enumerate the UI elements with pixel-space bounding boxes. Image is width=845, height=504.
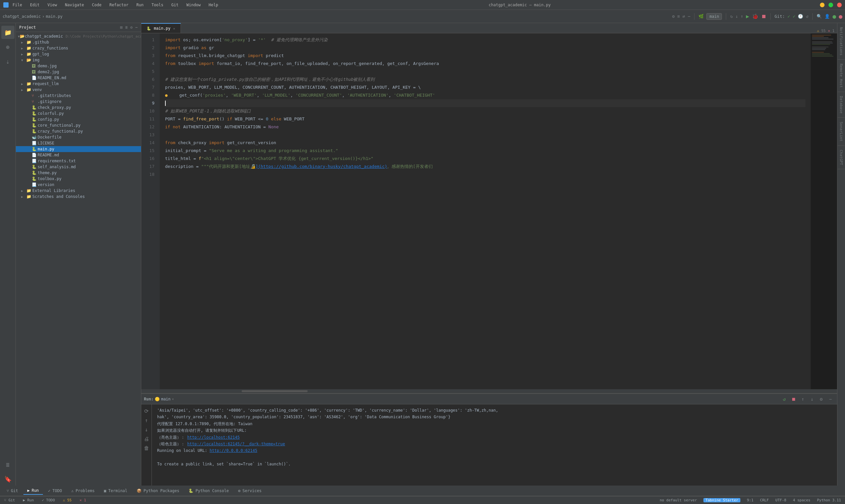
bottom-tab-python-packages[interactable]: 📦 Python Packages [133, 487, 183, 494]
token[interactable]: ](https://github.com/binary-husky/chatgp… [256, 163, 387, 170]
tab-close-main-py[interactable]: ✕ [173, 27, 175, 30]
menu-refactor[interactable]: Refactor [108, 2, 130, 8]
tree-item-github[interactable]: ▶ 📁 .github [16, 39, 141, 45]
tree-item-venv[interactable]: ▶ 📁 venv [16, 87, 141, 93]
run-link-local[interactable]: http://0.0.0.0:62145 [210, 448, 258, 453]
status-encoding[interactable]: UTF-8 [774, 498, 788, 502]
tree-item-requirements[interactable]: 📃 requirements.txt [16, 158, 141, 164]
tree-item-main-py[interactable]: 🐍 main.py [16, 146, 141, 152]
status-position[interactable]: 9:1 [746, 498, 755, 502]
tree-item-version[interactable]: 📃 version [16, 182, 141, 188]
sidebar-item-pull[interactable]: ⇣ [1, 55, 15, 68]
sidebar-item-project[interactable]: 📁 [1, 26, 15, 39]
h-scroll-bar[interactable] [242, 390, 307, 392]
window-controls[interactable] [820, 3, 842, 7]
menu-git[interactable]: Git [170, 2, 180, 8]
user-icon[interactable]: 👤 [825, 14, 830, 19]
run-link-light[interactable]: http://localhost:62145 [187, 435, 240, 440]
far-right-tab-sonarlint[interactable]: SonarLint [838, 118, 845, 146]
status-git[interactable]: ⑂ Git [3, 498, 17, 502]
tree-item-gitignore[interactable]: ⑂ .gitignore [16, 98, 141, 105]
status-python[interactable]: Python 3.11 [816, 498, 842, 502]
menu-run[interactable]: Run [135, 2, 145, 8]
status-todo[interactable]: ✓ TODO [40, 498, 56, 502]
far-right-tab-notifications[interactable]: Notifications [838, 23, 845, 60]
tree-item-readme[interactable]: 📄 README.md [16, 152, 141, 158]
tree-item-core-functional[interactable]: 🐍 core_functional.py [16, 122, 141, 128]
tree-item-dockerfile[interactable]: 🐋 Dockerfile [16, 134, 141, 140]
tree-item-crazy-functions[interactable]: ▶ 📁 crazy_functions [16, 45, 141, 51]
run-tab-name[interactable]: main [161, 397, 171, 401]
status-errors[interactable]: ✕ 1 [78, 498, 87, 502]
far-right-tab-database[interactable]: Database [838, 92, 845, 118]
sidebar-item-commit[interactable]: ⊕ [1, 40, 15, 53]
git-time[interactable]: 🕐 [798, 14, 803, 19]
menu-file[interactable]: File [11, 2, 23, 8]
menu-help[interactable]: Help [207, 2, 219, 8]
toolbar-align-icon[interactable]: ≡ [677, 14, 680, 19]
git-check1[interactable]: ✓ [788, 14, 790, 19]
run-scroll-up[interactable]: ⟳ [143, 407, 151, 415]
toolbar-more-icon[interactable]: ⋯ [688, 14, 690, 19]
menu-window[interactable]: Window [185, 2, 202, 8]
status-indent[interactable]: 4 spaces [792, 498, 812, 502]
run-up-btn[interactable]: ↑ [799, 395, 807, 403]
run-icon[interactable]: ▶ [746, 13, 749, 19]
bottom-tab-problems[interactable]: ⚠ Problems [67, 487, 99, 494]
tree-item-gpt-log[interactable]: ▶ 📁 gpt_log [16, 51, 141, 57]
project-header-icons[interactable]: ⊞ ≡ ⚙ − [120, 25, 138, 30]
run-clear[interactable]: 🗑 [143, 444, 151, 452]
tree-item-external-libs[interactable]: ▶ 📁 External Libraries [16, 188, 141, 194]
menu-edit[interactable]: Edit [29, 2, 41, 8]
tree-item-theme[interactable]: 🐍 theme.py [16, 170, 141, 176]
far-right-tab-chatgpt[interactable]: ChatGPT [838, 146, 845, 169]
project-icon-settings[interactable]: ⚙ [130, 25, 133, 30]
menu-code[interactable]: Code [91, 2, 103, 8]
tree-item-demo-jpg[interactable]: 🖼 demo.jpg [16, 63, 141, 69]
tree-item-colorful[interactable]: 🐍 colorful.py [16, 110, 141, 116]
menu-bar[interactable]: File Edit View Navigate Code Refactor Ru… [11, 2, 219, 8]
run-restart-btn[interactable]: ↺ [780, 395, 788, 403]
git-check2[interactable]: ✓ [793, 14, 795, 19]
bottom-tab-terminal[interactable]: ▣ Terminal [100, 487, 131, 494]
toolbar-nav-icon[interactable]: ⇄ [683, 14, 685, 19]
code-content[interactable]: import os ; os . environ [ 'no_proxy' ] … [160, 33, 811, 389]
file-breadcrumb[interactable]: main.py [46, 14, 63, 19]
tree-item-self-analysis[interactable]: 🐍 self_analysis.md [16, 164, 141, 170]
tree-item-config[interactable]: 🐍 config.py [16, 116, 141, 122]
run-scroll-down[interactable]: ↑ [143, 416, 151, 424]
tree-item-gitattributes[interactable]: ⑂ .gitattributes [16, 93, 141, 98]
run-link-dark[interactable]: http://localhost:62145/?__dark-theme=tru… [187, 442, 285, 446]
sync-icon[interactable]: ↻ [730, 14, 733, 19]
tree-item-check-proxy[interactable]: 🐍 check_proxy.py [16, 105, 141, 110]
tree-item-readme-en[interactable]: 📄 README_EN.md [16, 75, 141, 81]
tree-item-toolbox[interactable]: 🐍 toolbox.py [16, 176, 141, 182]
menu-tools[interactable]: Tools [150, 2, 165, 8]
sidebar-item-bookmarks[interactable]: 🔖 [1, 472, 15, 486]
bottom-tab-python-console[interactable]: 🐍 Python Console [184, 487, 233, 494]
menu-view[interactable]: View [46, 2, 58, 8]
project-icon-minimize[interactable]: − [135, 25, 138, 30]
menu-navigate[interactable]: Navigate [64, 2, 86, 8]
h-scroll-area[interactable] [141, 389, 837, 393]
status-run[interactable]: ▶ Run [22, 498, 35, 502]
bottom-tab-services[interactable]: ⚙ Services [234, 487, 265, 494]
run-output[interactable]: 'Asia/Taipei', 'utc_offset': '+0800', 'c… [152, 404, 837, 486]
minimize-button[interactable] [820, 3, 825, 7]
run-controls[interactable]: ↺ ⏹ ↑ ↓ ⚙ − [780, 395, 834, 403]
stop-icon[interactable]: ⏹ [761, 13, 767, 19]
toolbar-settings-icon[interactable]: ⚙ [672, 14, 675, 19]
status-warnings[interactable]: ⚠ 55 [61, 498, 73, 502]
sidebar-item-structure[interactable]: ≣ [1, 458, 15, 471]
push-icon[interactable]: ↑ [741, 14, 743, 19]
project-icon-expand[interactable]: ⊞ [120, 25, 122, 30]
tree-item-root[interactable]: ▼ 📂 chatgpt_academic D:\Code Projects\Py… [16, 33, 141, 39]
tree-item-scratches[interactable]: ▶ 📁 Scratches and Consoles [16, 194, 141, 200]
project-breadcrumb[interactable]: chatgpt_academic [3, 14, 41, 19]
maximize-button[interactable] [828, 3, 833, 7]
run-settings-btn[interactable]: ⚙ [817, 395, 825, 403]
tree-item-img[interactable]: ▼ 📂 img [16, 57, 141, 63]
git-undo[interactable]: ↺ [806, 14, 808, 19]
search-icon[interactable]: 🔍 [816, 14, 822, 19]
run-tab-close[interactable]: ✕ [172, 397, 174, 401]
